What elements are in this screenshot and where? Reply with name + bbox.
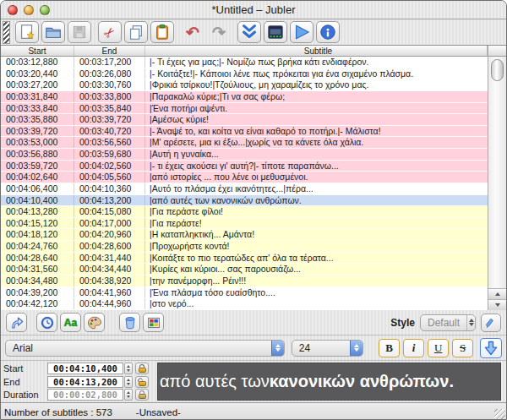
scroll-down-button[interactable] (488, 299, 506, 310)
column-header-start[interactable]: Start (1, 46, 74, 56)
table-row[interactable]: 00:04:42,12000:04:44,960|στο νερό... (1, 298, 488, 310)
end-lock-button[interactable] (135, 376, 149, 388)
table-cell-end: 00:03:26,080 (74, 68, 145, 79)
start-time-field[interactable]: 00:04:10,400 (47, 363, 123, 374)
table-cell-end: 00:03:33,800 (74, 91, 145, 102)
font-family-dropdown[interactable]: Arial (5, 340, 285, 357)
color-tools-button[interactable] (84, 313, 105, 332)
open-file-button[interactable] (41, 21, 65, 43)
scroll-up-button[interactable] (488, 288, 506, 299)
blue-down-arrow-icon (482, 340, 499, 357)
column-header-end[interactable]: End (74, 46, 145, 56)
duration-stepper[interactable] (124, 389, 133, 401)
start-lock-button[interactable] (135, 363, 149, 374)
table-body: 00:03:12,88000:03:17,200|- Τι έχεις για … (1, 57, 488, 310)
duration-lock-button[interactable] (135, 389, 149, 401)
table-cell-text: |Μ' αρέσετε, μια κι έξω...|χωρίς να τα κ… (145, 137, 488, 148)
table-row[interactable]: 00:03:59,72000:04:02,560|- τι έχεις ακού… (1, 161, 488, 172)
redo-button[interactable]: ↷ (207, 21, 231, 43)
join-subtitles-button[interactable] (237, 21, 261, 43)
table-row[interactable]: 00:04:34,48000:04:38,920|την πανέμορφη..… (1, 275, 488, 287)
preview-text-bold: κανονικών ανθρώπων. (270, 372, 454, 391)
bold-button[interactable]: B (379, 339, 400, 357)
table-row[interactable]: 00:04:15,12000:04:17,000|Για περάστε! (1, 218, 488, 230)
resize-grip[interactable] (494, 409, 505, 420)
double-chevron-down-icon (240, 23, 259, 41)
table-row[interactable]: 00:03:27,20000:03:30,760|Φρικιά τσίρκου!… (1, 79, 488, 91)
apply-style-button[interactable] (480, 338, 502, 358)
end-time-field[interactable]: 00:04:13,200 (47, 376, 123, 388)
time-tools-button[interactable] (36, 313, 57, 332)
table-row[interactable]: 00:04:02,64000:04:05,560|από ιστορίες ..… (1, 172, 488, 183)
table-cell-end: 00:04:28,600 (74, 241, 145, 252)
table-cell-text: |Για περάστε φίλοι! (145, 206, 488, 217)
minimize-button[interactable] (24, 5, 34, 15)
table-row[interactable]: 00:03:53,00000:03:56,560|Μ' αρέσετε, μια… (1, 137, 488, 149)
info-button[interactable] (316, 21, 340, 43)
table-row[interactable]: 00:03:20,44000:03:26,080|- Κοιτάξτε!|- Κ… (1, 68, 488, 80)
table-cell-start: 00:04:10,400 (1, 195, 74, 206)
table-row[interactable]: 00:04:31,56000:04:34,440|Κυρίες και κύρι… (1, 264, 488, 275)
paste-button[interactable] (150, 21, 174, 43)
table-row[interactable]: 00:04:28,64000:04:31,440|Κοιτάξτε το πιο… (1, 253, 488, 265)
jump-arrow-button[interactable] (6, 313, 27, 332)
close-button[interactable] (8, 5, 18, 15)
style-stepper-icon (466, 315, 475, 330)
table-cell-end: 00:04:44,960 (74, 298, 145, 309)
copy-button[interactable] (124, 21, 148, 43)
style-dropdown-value: Default (421, 317, 466, 329)
table-row[interactable]: 00:03:39,72000:03:40,720|- Άναψέ το, και… (1, 126, 488, 138)
style-dropdown[interactable]: Default (420, 314, 476, 331)
column-header-subtitle[interactable]: Subtitle (145, 46, 488, 56)
cut-button[interactable]: ✂ (98, 21, 122, 43)
toolbar-drag-handle[interactable] (3, 21, 10, 44)
undo-button[interactable]: ↶ (181, 21, 204, 43)
table-row[interactable]: 00:04:24,76000:04:28,600|Προχωρήστε κοντ… (1, 241, 488, 253)
strikethrough-button[interactable]: S (452, 339, 473, 357)
table-cell-start: 00:03:56,880 (1, 149, 74, 160)
play-triangle-icon (292, 23, 311, 41)
table-cell-text: |Ένα ποτήρι αψέντι. (145, 103, 488, 114)
vertical-scrollbar[interactable] (488, 46, 506, 310)
cut-scissors-icon: ✂ (101, 23, 120, 42)
table-row[interactable]: 00:04:06,40000:04:10,360|Αυτό το πλάσμα … (1, 183, 488, 195)
status-bar: Number of subtitles : 573 -Unsaved- (1, 402, 506, 420)
paste-clipboard-icon (153, 23, 172, 41)
table-cell-end: 00:03:40,720 (74, 126, 145, 137)
table-cell-text: |- τι έχεις ακούσει γι' αυτή?|- τίποτε π… (145, 161, 488, 172)
font-tools-button[interactable]: Aa (60, 313, 81, 332)
title-bar[interactable]: *Untitled – Jubler (1, 1, 506, 19)
table-cell-text: |Κυρίες και κύριοι... σας παρουσιάζω... (145, 264, 488, 275)
delete-tools-button[interactable] (119, 313, 140, 332)
table-row[interactable]: 00:03:56,88000:03:59,680|Αυτή η γυναίκα.… (1, 149, 488, 161)
start-time-stepper[interactable] (124, 363, 133, 374)
table-row[interactable]: 00:03:31,84000:03:33,800|Παρακαλώ κύριε;… (1, 91, 488, 103)
underline-button[interactable]: U (428, 339, 449, 357)
copy-icon (127, 23, 145, 41)
italic-button[interactable]: i (403, 339, 424, 357)
subtitle-text-editor[interactable]: από αυτές των κανονικών ανθρώπων. (157, 363, 501, 401)
scrollbar-thumb[interactable] (491, 59, 504, 81)
table-row[interactable]: 00:04:13,28000:04:15,080|Για περάστε φίλ… (1, 206, 488, 218)
table-cell-text: |Η καταπληκτική... Αμάντα! (145, 229, 488, 240)
jubler-window: *Untitled – Jubler ✂ (0, 0, 507, 420)
zoom-button[interactable] (40, 5, 50, 15)
end-time-stepper[interactable] (124, 376, 133, 388)
layout-tools-button[interactable] (143, 313, 164, 332)
table-row[interactable]: 00:04:10,40000:04:13,200|από αυτές των κ… (1, 195, 488, 207)
table-cell-text: |Για περάστε! (145, 218, 488, 229)
table-row[interactable]: 00:03:35,88000:03:39,720|Αμέσως κύριε! (1, 114, 488, 126)
edit-style-button[interactable] (481, 314, 501, 332)
save-floppy-icon (71, 24, 88, 41)
play-button[interactable] (290, 21, 313, 43)
table-row[interactable]: 00:03:33,84000:03:35,840|Ένα ποτήρι αψέν… (1, 103, 488, 115)
video-preview-button[interactable] (264, 21, 287, 43)
table-cell-end: 00:04:10,360 (74, 183, 145, 194)
font-size-dropdown[interactable]: 24 (292, 340, 363, 357)
table-row[interactable]: 00:04:18,12000:04:20,960|Η καταπληκτική.… (1, 229, 488, 241)
table-cell-end: 00:04:15,080 (74, 206, 145, 217)
table-row[interactable]: 00:03:12,88000:03:17,200|- Τι έχεις για … (1, 57, 488, 68)
new-file-button[interactable] (15, 21, 39, 43)
scrollbar-track[interactable] (488, 57, 506, 288)
table-row[interactable]: 00:04:39,20000:04:41,960|Ένα πλάσμα τόσο… (1, 287, 488, 299)
